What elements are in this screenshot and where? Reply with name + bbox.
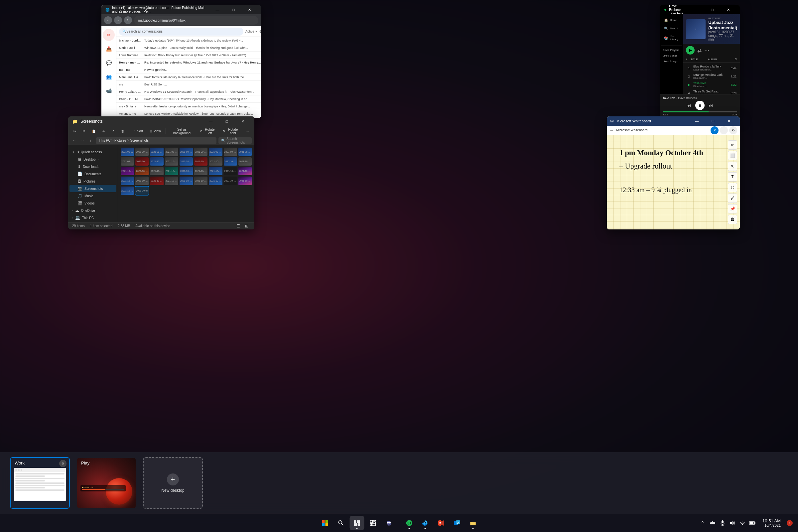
toolbar-share[interactable]: ↗ (109, 128, 117, 135)
m365-taskbar[interactable]: M (434, 516, 449, 530)
wb-share-button[interactable]: ↗ (710, 126, 719, 134)
toolbar-cut[interactable]: ✂ (71, 128, 79, 135)
thumbnail-item[interactable]: 2021-09-30 (3) (165, 148, 178, 156)
sidebar-downloads[interactable]: ⬇ Downloads (70, 163, 116, 170)
wb-image-tool[interactable]: 🖼 (728, 215, 737, 224)
thumbnail-item[interactable]: 2021-09-30 (9) (121, 157, 134, 166)
wb-more-button[interactable]: ⋯ (720, 126, 728, 134)
url-bar[interactable]: mail.google.com/mail/u/0/#inbox (134, 16, 258, 25)
spotify-maximize[interactable]: □ (705, 5, 720, 15)
track-list-item[interactable]: ▶ Take Five Bluedaem... 5:22 (685, 80, 739, 89)
thumbnail-item[interactable]: 2021-10-04 (8) (150, 167, 163, 175)
nav-back[interactable]: ← (71, 137, 78, 144)
sidebar-documents[interactable]: 📄 Documents (70, 170, 116, 177)
email-list-item[interactable]: Mark, Paul i Windows 11 plan - Looks rea… (116, 44, 261, 52)
start-button[interactable] (318, 516, 332, 530)
liked-songs[interactable]: Liked Songs (661, 53, 682, 58)
close-button[interactable]: ✕ (242, 5, 257, 15)
email-list-item[interactable]: Marc - me, Hamah... Fwd: Toms Guide inqu… (116, 74, 261, 81)
liked-bongo[interactable]: Liked Bongo (661, 58, 682, 64)
gmail-rooms-icon[interactable]: 👥 (103, 71, 115, 83)
toolbar-delete[interactable]: 🗑 (118, 128, 127, 135)
thumbnail-item[interactable]: 2021-10-01 (3) (165, 157, 178, 166)
notification-badge[interactable]: 1 (787, 520, 793, 526)
thumbnail-item[interactable]: 2021-10-04 (135, 187, 149, 195)
thumbnail-item[interactable]: 2021-10-01 (12) (224, 167, 237, 175)
microphone-tray[interactable] (718, 518, 727, 528)
thumbnail-item[interactable]: 2021-10-01 (2) (150, 157, 163, 166)
thumbnail-item[interactable]: 2021-09-30 (7) (224, 148, 237, 156)
email-list-item[interactable]: Henry - me - Mat... Re: Interested in re… (116, 59, 261, 66)
thumbnail-item[interactable]: 2021-10-04 (7) (121, 187, 134, 195)
work-desktop-close[interactable]: ✕ (59, 460, 66, 467)
thumbnail-item[interactable]: 2021-10-01 (8) (239, 157, 252, 166)
thumbnail-item[interactable]: 2021-10-01 (4) (179, 157, 193, 166)
search-button[interactable] (334, 516, 348, 530)
track-list-item[interactable]: 2 Strange Meadow Lark Bluedaem... 7:22 (685, 72, 739, 80)
toolbar-rotate-left[interactable]: ↺ Rotate left (197, 128, 218, 135)
sidebar-pictures[interactable]: 🖼 Pictures (70, 177, 116, 185)
explorer-maximize[interactable]: □ (219, 116, 234, 127)
email-list-item[interactable]: Michael - Jordan i... Today's updates (1… (116, 37, 261, 44)
david-playlist[interactable]: David Playlist (661, 47, 682, 53)
track-list-item[interactable]: 1 Blue Rondo a la Turk Dave Brubeck... 6… (685, 64, 739, 72)
thumbnail-item[interactable]: 2021-09-30 (5) (194, 148, 208, 156)
maximize-button[interactable]: □ (226, 5, 241, 15)
thumbnail-item[interactable]: 2021-10-01 (9) (121, 167, 134, 175)
track-list-item[interactable]: 4 Three To Get Rea... Jazz Collection...… (685, 89, 739, 94)
thumbnail-item[interactable]: 2021-10-04 (9) (165, 167, 178, 175)
explorer-minimize[interactable]: — (203, 116, 218, 127)
sidebar-onedrive[interactable]: › ☁ OneDrive (70, 207, 116, 214)
network-tray[interactable] (738, 518, 747, 528)
thumbnail-item[interactable]: 2021-10-03 (1) (135, 167, 149, 175)
onedrive-tray[interactable] (708, 518, 717, 528)
play-desktop-card[interactable]: Play ● Game Title (76, 457, 136, 509)
shuffle-button[interactable]: ⇄ (697, 47, 702, 54)
nav-search[interactable]: 🔍 Search (661, 25, 682, 32)
back-button[interactable]: ← (104, 16, 112, 24)
nav-forward[interactable]: → (79, 137, 86, 144)
sidebar-screenshots[interactable]: 📷 Screenshots (70, 185, 116, 192)
volume-tray[interactable] (728, 518, 737, 528)
thumbnail-item[interactable]: 2021-09-29 (121, 148, 134, 156)
thumbnail-item[interactable]: 2021-10-03 (2) (239, 167, 252, 175)
toolbar-more[interactable]: ··· (244, 128, 252, 135)
thumbnail-item[interactable]: 2021-10-04 (2) (179, 176, 193, 185)
sidebar-music[interactable]: 🎵 Music (70, 192, 116, 200)
gmail-meet-icon[interactable]: 📹 (103, 85, 115, 97)
gmail-settings[interactable]: ⚙ (259, 29, 261, 34)
wb-select-tool[interactable]: ↖ (728, 162, 737, 171)
whiteboard-canvas[interactable]: 1 pm Monday October 4th – Upgrade rollou… (607, 135, 740, 229)
toolbar-rotate-right[interactable]: ↻ Rotate tight (220, 128, 242, 135)
wb-back-button[interactable]: ← (609, 128, 614, 133)
thumbnail-item[interactable]: 2021-10-04 (5) (224, 176, 237, 185)
chat-button[interactable] (382, 516, 396, 530)
battery-tray[interactable] (748, 518, 757, 528)
task-view-button[interactable] (350, 516, 364, 530)
thumbnail-item[interactable]: 2021-09-30 (6) (209, 148, 222, 156)
thumbnail-item[interactable]: 2021-10-03 (4) (135, 176, 149, 185)
repeat-button[interactable]: ⋯ (704, 47, 709, 54)
wb-pen-tool[interactable]: ✏ (728, 140, 737, 150)
email-list-item[interactable]: me - Brittany i Newsletter freelance opp… (116, 103, 261, 110)
thumbnail-item[interactable]: 2021-10-04 (10) (179, 167, 193, 175)
list-view-button[interactable]: ☰ (234, 223, 242, 230)
progress-bar[interactable] (663, 111, 737, 112)
thumbnail-item[interactable]: 2021-10-04 (6) (239, 176, 252, 185)
prev-button[interactable]: ⏮ (687, 103, 691, 108)
thumbnail-item[interactable]: 2021-10-01 (5) (194, 157, 208, 166)
thumbnail-item[interactable]: 2021-10-01 (6) (209, 157, 222, 166)
gmail-compose[interactable]: ✏ (103, 29, 115, 41)
thumbnail-item[interactable]: 2021-09-30 (2) (150, 148, 163, 156)
email-list-item[interactable]: Henry Zoltan, me i Re: Windows 11 Keywor… (116, 88, 261, 95)
toolbar-sort[interactable]: ↕ Sort (131, 128, 146, 135)
reload-button[interactable]: ↻ (124, 16, 132, 24)
whiteboard-maximize[interactable]: □ (705, 116, 721, 126)
play-playlist-button[interactable]: ▶ (686, 46, 695, 55)
spotify-minimize[interactable]: — (689, 5, 704, 15)
spotify-taskbar[interactable] (402, 516, 417, 530)
file-explorer-taskbar[interactable] (466, 516, 480, 530)
edge-taskbar[interactable] (418, 516, 433, 530)
toolbar-paste[interactable]: 📋 (89, 128, 98, 135)
wb-ink-tool[interactable]: 🖊 (728, 193, 737, 203)
